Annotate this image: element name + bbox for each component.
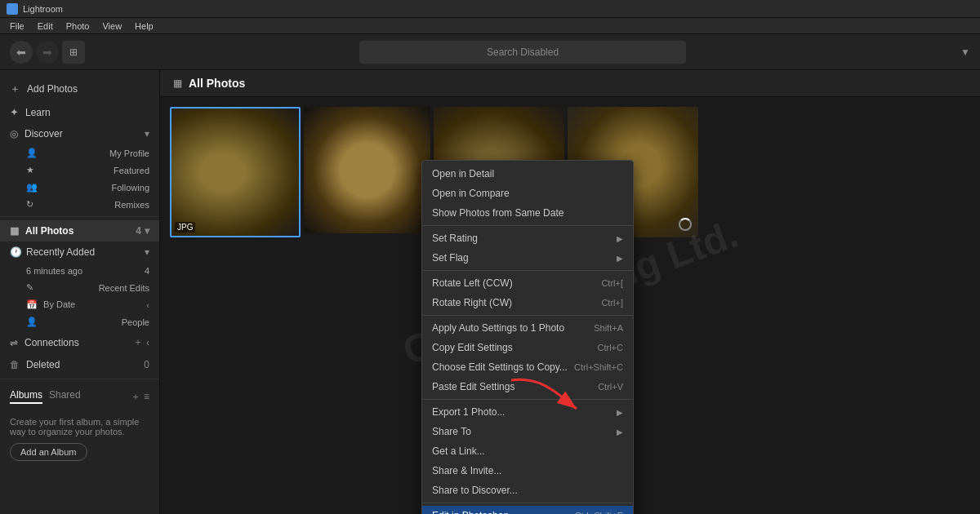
ctx-set-rating[interactable]: Set Rating ▶ [422,228,633,248]
recently-added-chevron-icon: ▾ [145,246,149,258]
remixes-item[interactable]: ↻ Remixes [0,196,159,213]
add-photos-label: Add Photos [27,83,78,95]
remixes-icon: ↻ [26,199,33,210]
recent-time-count: 4 [145,266,149,276]
ctx-export[interactable]: Export 1 Photo... ▶ [422,402,633,422]
topbar: ⬅ ➡ ⊞ Search Disabled ▼ [0,34,980,70]
recent-edits-item[interactable]: ✎ Recent Edits [0,279,159,296]
nav-back-button[interactable]: ⬅ [10,41,33,64]
featured-icon: ★ [26,165,34,175]
grid-view-button[interactable]: ⊞ [62,41,85,64]
all-photos-item[interactable]: ▦ All Photos 4 ▾ [0,220,159,241]
ctx-rotate-right-label: Rotate Right (CW) [432,297,512,308]
ctx-auto-settings-label: Apply Auto Settings to 1 Photo [432,322,564,334]
main-layout: ＋ Add Photos ✦ Learn ◎ Discover ▾ 👤 My P… [0,70,980,514]
content-area: ▦ All Photos JPG JPG JPG Color Clipping … [160,70,980,514]
albums-section: Albums Shared ＋ ≡ Create your first albu… [0,379,159,471]
ctx-share-discover[interactable]: Share to Discover... [422,481,633,500]
menu-photo[interactable]: Photo [60,21,96,31]
menubar: File Edit Photo View Help [0,18,980,34]
ctx-show-same-date-label: Show Photos from Same Date [432,207,564,219]
tab-albums[interactable]: Albums [10,389,42,404]
tab-shared[interactable]: Shared [49,389,81,404]
add-photos-button[interactable]: ＋ Add Photos [0,77,159,101]
recently-added-icon: 🕐 [10,246,23,258]
ctx-set-flag[interactable]: Set Flag ▶ [422,248,633,268]
deleted-item[interactable]: 🗑 Deleted 0 [0,354,159,375]
menu-view[interactable]: View [96,21,128,31]
ctx-share-to-arrow-icon: ▶ [617,428,623,436]
ctx-paste-edit[interactable]: Paste Edit Settings Ctrl+V [422,377,633,397]
ctx-share-to[interactable]: Share To ▶ [422,422,633,441]
albums-tabs-row: Albums Shared ＋ ≡ [0,383,159,407]
search-placeholder: Search Disabled [487,47,559,58]
connections-plus-icon[interactable]: ＋ [133,335,143,349]
featured-label: Featured [114,166,149,175]
all-photos-count: 4 [136,225,141,237]
ctx-paste-edit-shortcut: Ctrl+V [598,382,623,392]
menu-file[interactable]: File [3,21,31,31]
ctx-set-flag-arrow-icon: ▶ [617,254,623,263]
ctx-edit-photoshop[interactable]: Edit in Photoshop Ctrl+Shift+E [422,506,633,514]
following-icon: 👥 [26,182,38,193]
ctx-auto-settings[interactable]: Apply Auto Settings to 1 Photo Shift+A [422,318,633,338]
connections-item[interactable]: ⇌ Connections ＋ ‹ [0,330,159,354]
ctx-copy-edit[interactable]: Copy Edit Settings Ctrl+C [422,338,633,357]
titlebar: Lightroom [0,0,980,18]
people-item[interactable]: 👤 People [0,313,159,330]
recent-time-value: 6 minutes ago [26,266,82,276]
ctx-rotate-right[interactable]: Rotate Right (CW) Ctrl+] [422,293,633,312]
connections-label: Connections [24,337,79,348]
by-date-item[interactable]: 📅 By Date ‹ [0,296,159,313]
add-album-icon[interactable]: ＋ [131,390,140,404]
ctx-auto-settings-shortcut: Shift+A [594,323,623,333]
discover-chevron-icon: ▾ [145,128,149,140]
ctx-divider-3 [422,315,633,316]
ctx-get-link-label: Get a Link... [432,445,485,457]
nav-forward-button[interactable]: ➡ [36,41,59,64]
remixes-label: Remixes [114,200,149,210]
add-album-area: Create your first album, a simple way to… [0,407,159,471]
connections-icon: ⇌ [10,337,18,348]
photo-label-1: JPG [175,222,195,233]
ctx-paste-edit-label: Paste Edit Settings [432,381,514,392]
discover-label: Discover [24,128,63,140]
all-photos-label: All Photos [25,225,74,237]
recently-added-section[interactable]: 🕐 Recently Added ▾ [0,241,159,263]
list-view-icon[interactable]: ≡ [144,391,149,402]
ctx-choose-edit-copy-shortcut: Ctrl+Shift+C [574,362,623,372]
ctx-show-same-date[interactable]: Show Photos from Same Date [422,203,633,223]
ctx-open-detail[interactable]: Open in Detail [422,164,633,184]
photo-thumb-1[interactable]: JPG [170,107,301,237]
my-profile-item[interactable]: 👤 My Profile [0,144,159,162]
ctx-share-to-label: Share To [432,426,471,437]
ctx-rotate-left-shortcut: Ctrl+[ [601,278,623,288]
plus-icon: ＋ [10,82,20,96]
ctx-open-detail-label: Open in Detail [432,168,494,179]
content-header: ▦ All Photos [160,70,980,97]
ctx-share-invite[interactable]: Share & Invite... [422,461,633,481]
by-date-arrow-icon: ‹ [146,300,149,310]
people-label: People [122,317,149,327]
ctx-divider-4 [422,399,633,400]
ctx-rotate-left[interactable]: Rotate Left (CCW) Ctrl+[ [422,273,633,293]
menu-edit[interactable]: Edit [31,21,60,31]
people-icon: 👤 [26,317,38,327]
by-date-label: By Date [43,299,75,309]
discover-section[interactable]: ◎ Discover ▾ [0,123,159,144]
ctx-open-compare[interactable]: Open in Compare [422,184,633,203]
learn-button[interactable]: ✦ Learn [0,101,159,123]
ctx-choose-edit-copy[interactable]: Choose Edit Settings to Copy... Ctrl+Shi… [422,357,633,377]
following-item[interactable]: 👥 Following [0,179,159,196]
filter-icon[interactable]: ▼ [960,47,970,58]
recent-edits-icon: ✎ [26,282,33,293]
menu-help[interactable]: Help [128,21,160,31]
add-album-button[interactable]: Add an Album [10,443,87,461]
photo-thumb-2[interactable] [304,107,430,233]
ctx-get-link[interactable]: Get a Link... [422,441,633,461]
app-icon [7,3,18,15]
featured-item[interactable]: ★ Featured [0,162,159,179]
ctx-set-rating-arrow-icon: ▶ [617,234,623,243]
search-bar[interactable]: Search Disabled [359,41,686,64]
ctx-rotate-right-shortcut: Ctrl+] [601,298,623,308]
